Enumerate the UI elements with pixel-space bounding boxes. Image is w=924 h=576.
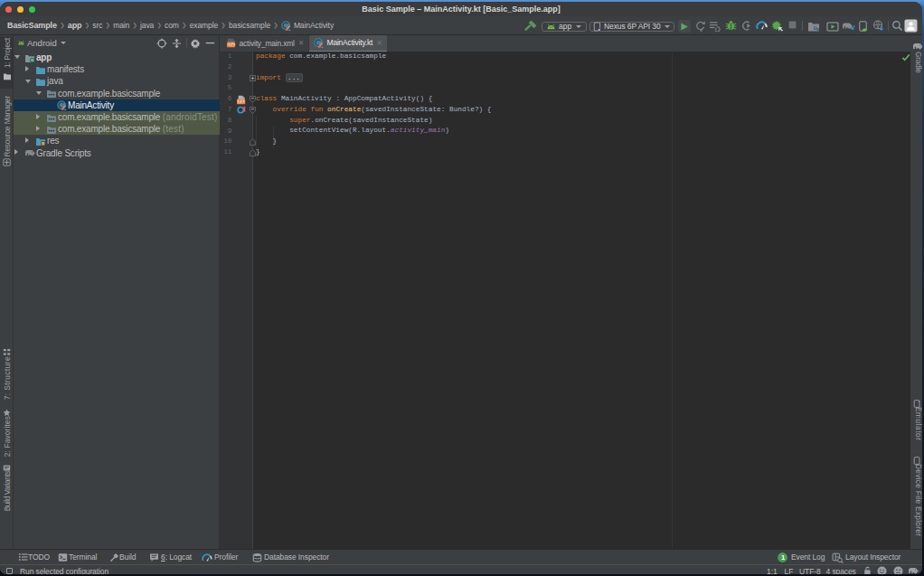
svg-text:</>: </> xyxy=(227,42,235,48)
svg-text:1: 1 xyxy=(780,553,784,562)
